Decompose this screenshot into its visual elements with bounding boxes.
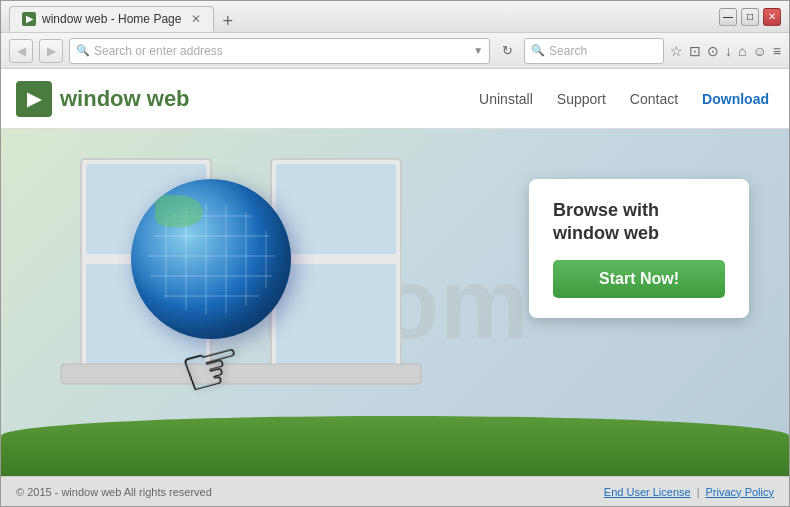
info-card-title: Browse with window web (553, 199, 725, 246)
page-content: ▶ window web Uninstall Support Contact D… (1, 69, 789, 506)
search-icon: 🔍 (531, 44, 545, 57)
site-logo: ▶ window web (16, 81, 190, 117)
reload-button[interactable]: ↻ (496, 40, 518, 62)
toolbar-icons: ☆ ⊡ ⊙ ↓ ⌂ ☺ ≡ (670, 43, 781, 59)
hero-section: r.com (1, 129, 789, 476)
globe (131, 179, 291, 339)
footer-links: End User License | Privacy Policy (604, 486, 774, 498)
contact-link[interactable]: Contact (630, 91, 678, 107)
download-link[interactable]: Download (702, 91, 769, 107)
address-dropdown-icon[interactable]: ▼ (473, 45, 483, 56)
uninstall-link[interactable]: Uninstall (479, 91, 533, 107)
browser-window: ▶ window web - Home Page ✕ + — □ ✕ ◀ ▶ 🔍… (0, 0, 790, 507)
search-bar[interactable]: 🔍 Search (524, 38, 664, 64)
close-button[interactable]: ✕ (763, 8, 781, 26)
bookmark-icon[interactable]: ☆ (670, 43, 683, 59)
window-controls: — □ ✕ (719, 8, 781, 26)
home-icon[interactable]: ⌂ (738, 43, 746, 59)
maximize-button[interactable]: □ (741, 8, 759, 26)
info-card: Browse with window web Start Now! (529, 179, 749, 318)
privacy-policy-link[interactable]: Privacy Policy (706, 486, 774, 498)
forward-button[interactable]: ▶ (39, 39, 63, 63)
tab-favicon: ▶ (22, 12, 36, 26)
menu-icon[interactable]: ≡ (773, 43, 781, 59)
svg-rect-5 (276, 264, 396, 364)
svg-rect-4 (276, 164, 396, 254)
profile-icon[interactable]: ☺ (753, 43, 767, 59)
minimize-button[interactable]: — (719, 8, 737, 26)
site-navigation: Uninstall Support Contact Download (479, 91, 769, 107)
address-icon: 🔍 (76, 44, 90, 57)
tab-area: ▶ window web - Home Page ✕ + (9, 1, 719, 32)
address-text: Search or enter address (94, 44, 469, 58)
footer-separator: | (697, 486, 700, 498)
tab-close-button[interactable]: ✕ (191, 12, 201, 26)
logo-text: window web (60, 86, 190, 112)
end-user-license-link[interactable]: End User License (604, 486, 691, 498)
support-link[interactable]: Support (557, 91, 606, 107)
site-footer: © 2015 - window web All rights reserved … (1, 476, 789, 506)
active-tab[interactable]: ▶ window web - Home Page ✕ (9, 6, 214, 32)
address-bar[interactable]: 🔍 Search or enter address ▼ (69, 38, 490, 64)
navigation-bar: ◀ ▶ 🔍 Search or enter address ▼ ↻ 🔍 Sear… (1, 33, 789, 69)
logo-icon: ▶ (16, 81, 52, 117)
back-button[interactable]: ◀ (9, 39, 33, 63)
window-illustration: ☞ (51, 149, 431, 439)
globe-sphere (131, 179, 291, 339)
new-tab-button[interactable]: + (214, 11, 241, 32)
start-now-button[interactable]: Start Now! (553, 260, 725, 298)
site-header: ▶ window web Uninstall Support Contact D… (1, 69, 789, 129)
download-icon[interactable]: ↓ (725, 43, 732, 59)
footer-copyright: © 2015 - window web All rights reserved (16, 486, 212, 498)
title-bar: ▶ window web - Home Page ✕ + — □ ✕ (1, 1, 789, 33)
search-text: Search (549, 44, 657, 58)
reader-icon[interactable]: ⊡ (689, 43, 701, 59)
pocket-icon[interactable]: ⊙ (707, 43, 719, 59)
tab-title: window web - Home Page (42, 12, 181, 26)
